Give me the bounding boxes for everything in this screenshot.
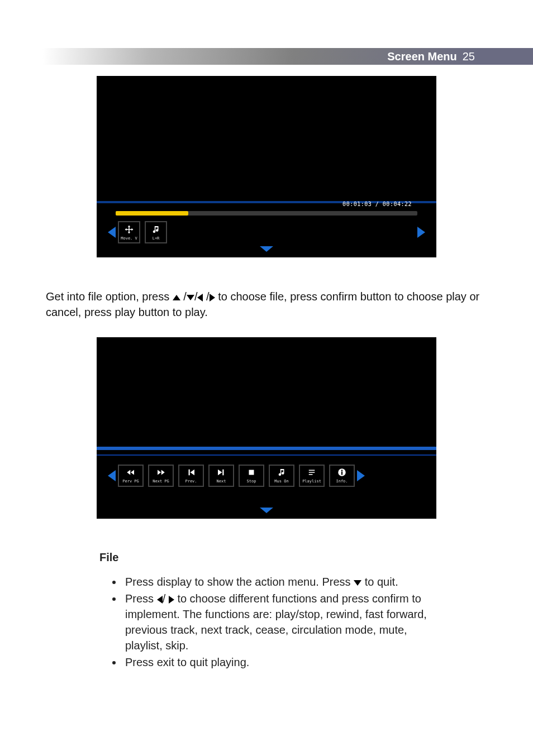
button-label: L+R [153, 236, 160, 241]
button-label: Move. V [121, 236, 137, 241]
nav-left-icon [108, 470, 116, 481]
list-item: Press / to choose different functions an… [123, 591, 441, 653]
playlist-button: Playlist [299, 465, 325, 487]
list-item: Press exit to quit playing. [123, 654, 441, 670]
playlist-icon [306, 467, 317, 477]
svg-point-2 [341, 470, 343, 472]
progress-track [116, 211, 417, 216]
svg-rect-3 [341, 472, 342, 475]
skip-previous-icon [185, 467, 197, 477]
button-label: Prev. [185, 479, 197, 484]
next-button: Next [208, 465, 234, 487]
arrow-pair: / [157, 592, 174, 605]
skip-next-icon [216, 467, 227, 477]
text-fragment: Press [125, 592, 157, 605]
left-arrow-icon [157, 596, 163, 604]
arrow-group: // / [173, 290, 218, 303]
button-label: Info. [336, 479, 348, 484]
list-item: Press display to show the action menu. P… [123, 574, 441, 590]
timecode-label: 00:01:03 / 00:04:22 [342, 201, 412, 207]
button-label: Mus On [274, 479, 288, 484]
audio-lr-button: L+R [145, 221, 167, 243]
music-note-icon [276, 467, 287, 477]
stop-icon [246, 467, 257, 477]
fast-forward-icon [155, 467, 166, 477]
move-icon [123, 224, 135, 235]
nav-left-icon [108, 227, 116, 238]
fast-rewind-icon [125, 467, 136, 477]
stop-button: Stop [239, 465, 264, 487]
player-screenshot-1: 00:01:03 / 00:04:22 Move. V L+R [97, 76, 436, 257]
svg-rect-0 [249, 470, 254, 475]
file-heading: File [99, 551, 441, 564]
text-fragment: Press exit to quit playing. [125, 656, 249, 668]
nav-down-icon [260, 508, 273, 513]
down-arrow-icon [187, 295, 194, 300]
prev-button: Prev. [178, 465, 204, 487]
progress-bar: 00:01:03 / 00:04:22 [116, 211, 417, 216]
up-arrow-icon [173, 295, 180, 300]
text-fragment: Get into file option, press [46, 290, 173, 303]
button-label: Stop [247, 479, 256, 484]
separator-line [97, 447, 436, 450]
button-label: Next PG [153, 479, 169, 484]
file-bullets: Press display to show the action menu. P… [99, 574, 441, 670]
next-pg-button: Next PG [148, 465, 174, 487]
page-header: Screen Menu 25 [0, 48, 533, 65]
right-arrow-icon [210, 294, 215, 302]
left-arrow-icon [197, 294, 203, 302]
player-screenshot-2: Perv PG Next PG Prev. Next Stop [97, 337, 436, 519]
page-number: 25 [463, 50, 475, 63]
instruction-paragraph-1: Get into file option, press // / to choo… [46, 289, 487, 320]
music-note-icon [150, 224, 161, 235]
nav-right-icon [357, 470, 365, 481]
file-section: File Press display to show the action me… [46, 551, 487, 670]
button-label: Perv PG [122, 479, 139, 484]
info-icon [336, 467, 348, 477]
progress-fill [116, 211, 188, 216]
separator-line-thin [97, 454, 436, 456]
mus-on-button: Mus On [269, 465, 294, 487]
down-arrow-icon [354, 580, 361, 586]
nav-right-icon [417, 227, 425, 238]
text-fragment: to quit. [365, 576, 398, 588]
perv-pg-button: Perv PG [118, 465, 144, 487]
info-button: Info. [329, 465, 355, 487]
button-label: Next [217, 479, 226, 484]
text-fragment: Press display to show the action menu. P… [125, 576, 354, 588]
nav-down-icon [260, 246, 273, 252]
right-arrow-icon [169, 596, 174, 604]
move-view-button: Move. V [118, 221, 140, 243]
button-label: Playlist [302, 479, 321, 484]
header-title: Screen Menu [387, 50, 456, 63]
